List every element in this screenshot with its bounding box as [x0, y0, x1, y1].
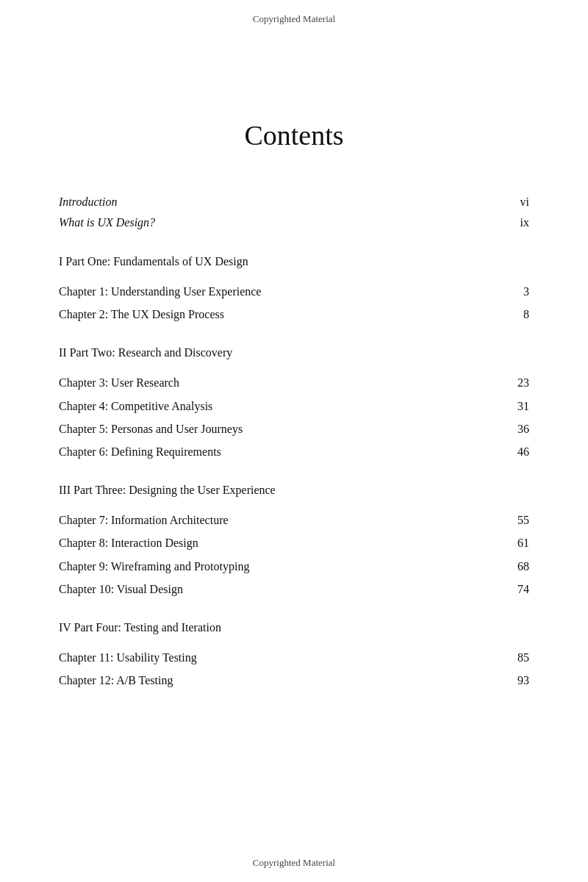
chapter-group: Chapter 11: Usability Testing 85 Chapter…: [59, 648, 529, 690]
chapter-entry: Chapter 8: Interaction Design 61: [59, 533, 529, 553]
chapter-title: Chapter 8: Interaction Design: [59, 533, 198, 553]
chapter-page: 3: [507, 282, 529, 301]
chapter-entry: Chapter 3: User Research 23: [59, 373, 529, 392]
chapter-title: Chapter 3: User Research: [59, 373, 179, 392]
chapter-page: 68: [507, 556, 529, 576]
chapter-page: 31: [507, 396, 529, 416]
footer-watermark: Copyrighted Material: [0, 857, 588, 869]
chapter-entry: Chapter 2: The UX Design Process 8: [59, 304, 529, 324]
chapter-page: 36: [507, 419, 529, 439]
chapter-group: Chapter 1: Understanding User Experience…: [59, 282, 529, 324]
chapter-title: Chapter 7: Information Architecture: [59, 510, 229, 530]
chapter-entry: Chapter 5: Personas and User Journeys 36: [59, 419, 529, 439]
chapter-page: 8: [507, 304, 529, 324]
intro-page: vi: [520, 192, 529, 212]
chapter-entry: Chapter 4: Competitive Analysis 31: [59, 396, 529, 416]
part-heading: III Part Three: Designing the User Exper…: [59, 484, 529, 497]
chapter-page: 61: [507, 533, 529, 553]
chapter-title: Chapter 2: The UX Design Process: [59, 304, 224, 324]
part-heading: I Part One: Fundamentals of UX Design: [59, 255, 529, 268]
chapter-group: Chapter 7: Information Architecture 55 C…: [59, 510, 529, 599]
chapter-title: Chapter 11: Usability Testing: [59, 648, 197, 667]
chapter-page: 74: [507, 579, 529, 599]
chapter-title: Chapter 1: Understanding User Experience: [59, 282, 261, 301]
chapter-title: Chapter 9: Wireframing and Prototyping: [59, 556, 249, 576]
part-i: I Part One: Fundamentals of UX Design Ch…: [59, 255, 529, 324]
chapter-entry: Chapter 12: A/B Testing 93: [59, 670, 529, 690]
intro-title: What is UX Design?: [59, 212, 155, 233]
chapter-entry: Chapter 11: Usability Testing 85: [59, 648, 529, 667]
page: Copyrighted Material Contents Introducti…: [0, 0, 588, 882]
chapter-page: 23: [507, 373, 529, 392]
part-ii: II Part Two: Research and Discovery Chap…: [59, 346, 529, 462]
parts-container: I Part One: Fundamentals of UX Design Ch…: [59, 255, 529, 690]
chapter-page: 93: [507, 670, 529, 690]
header-watermark: Copyrighted Material: [59, 0, 529, 38]
intro-entry: What is UX Design? ix: [59, 212, 529, 233]
chapter-entry: Chapter 10: Visual Design 74: [59, 579, 529, 599]
intro-title: Introduction: [59, 192, 117, 212]
part-heading: IV Part Four: Testing and Iteration: [59, 621, 529, 634]
chapter-title: Chapter 10: Visual Design: [59, 579, 183, 599]
chapter-page: 55: [507, 510, 529, 530]
chapter-entry: Chapter 9: Wireframing and Prototyping 6…: [59, 556, 529, 576]
chapter-entry: Chapter 7: Information Architecture 55: [59, 510, 529, 530]
intro-entry: Introduction vi: [59, 192, 529, 212]
chapter-group: Chapter 3: User Research 23 Chapter 4: C…: [59, 373, 529, 462]
part-heading: II Part Two: Research and Discovery: [59, 346, 529, 359]
chapter-title: Chapter 4: Competitive Analysis: [59, 396, 212, 416]
chapter-title: Chapter 5: Personas and User Journeys: [59, 419, 243, 439]
part-iv: IV Part Four: Testing and Iteration Chap…: [59, 621, 529, 690]
chapter-page: 85: [507, 648, 529, 667]
chapter-page: 46: [507, 442, 529, 462]
intro-group: Introduction vi What is UX Design? ix: [59, 192, 529, 233]
chapter-entry: Chapter 1: Understanding User Experience…: [59, 282, 529, 301]
contents-title: Contents: [59, 119, 529, 151]
intro-page: ix: [520, 212, 529, 233]
chapter-title: Chapter 6: Defining Requirements: [59, 442, 221, 462]
part-iii: III Part Three: Designing the User Exper…: [59, 484, 529, 599]
chapter-entry: Chapter 6: Defining Requirements 46: [59, 442, 529, 462]
chapter-title: Chapter 12: A/B Testing: [59, 670, 173, 690]
